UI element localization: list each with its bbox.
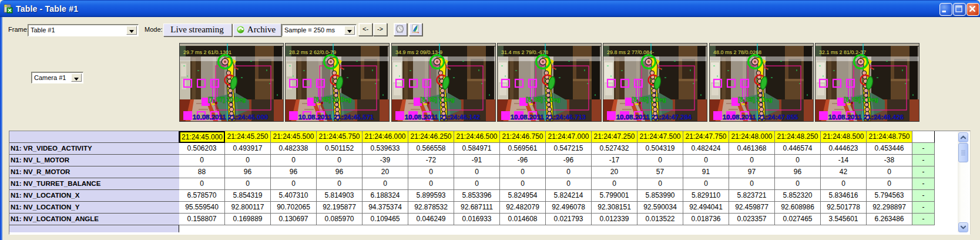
svg-text:[8, 93] 1 Deg: [8, 93] 1 Deg (738, 96, 773, 103)
svg-text:29.7 ms 2 61/0.1301: 29.7 ms 2 61/0.1301 (183, 49, 231, 55)
svg-text:[8, 95] 7 Deg: [8, 95] 7 Deg (420, 96, 455, 103)
svg-text:31.4 ms 2 79/0.-678: 31.4 ms 2 79/0.-678 (501, 49, 548, 55)
svg-text:[7, 97] 10 Deg: [7, 97] 10 Deg (208, 96, 246, 103)
svg-text:[8, 95] 1 Deg: [8, 95] 1 Deg (526, 96, 561, 103)
svg-text:32.1 ms 2 81/0.2-37: 32.1 ms 2 81/0.2-37 (819, 49, 866, 55)
svg-text:29.8 ms 2 77/0.084-: 29.8 ms 2 77/0.084- (607, 49, 654, 55)
svg-text:10.08.2011 21:24:47.284: 10.08.2011 21:24:47.284 (616, 114, 692, 121)
svg-text:10.08.2011 21:24:46.713: 10.08.2011 21:24:46.713 (511, 114, 586, 121)
svg-text:48.0 ms 2 78/0.0268: 48.0 ms 2 78/0.0268 (713, 49, 761, 55)
svg-text:10.08.2011 21:24:47.855: 10.08.2011 21:24:47.855 (723, 114, 798, 121)
svg-text:10.08.2011 21:24:45.000: 10.08.2011 21:24:45.000 (193, 114, 269, 121)
svg-text:[8, 95] 10 Deg: [8, 95] 10 Deg (314, 96, 351, 103)
svg-text:[8, 93] 1 Deg: [8, 93] 1 Deg (844, 96, 878, 103)
svg-text:10.08.2011 21:24:48.426: 10.08.2011 21:24:48.426 (828, 114, 904, 121)
svg-text:[8, 95] 1 Deg: [8, 95] 1 Deg (632, 96, 666, 103)
svg-text:28.2 ms 2 62/0.0-79: 28.2 ms 2 62/0.0-79 (289, 49, 336, 55)
svg-text:10.08.2011 21:24:46.142: 10.08.2011 21:24:46.142 (405, 114, 481, 121)
svg-text:34.9 ms 2 09/0.13-9: 34.9 ms 2 09/0.13-9 (395, 49, 442, 55)
svg-text:10.08.2011 21:24:45.571: 10.08.2011 21:24:45.571 (298, 114, 374, 121)
